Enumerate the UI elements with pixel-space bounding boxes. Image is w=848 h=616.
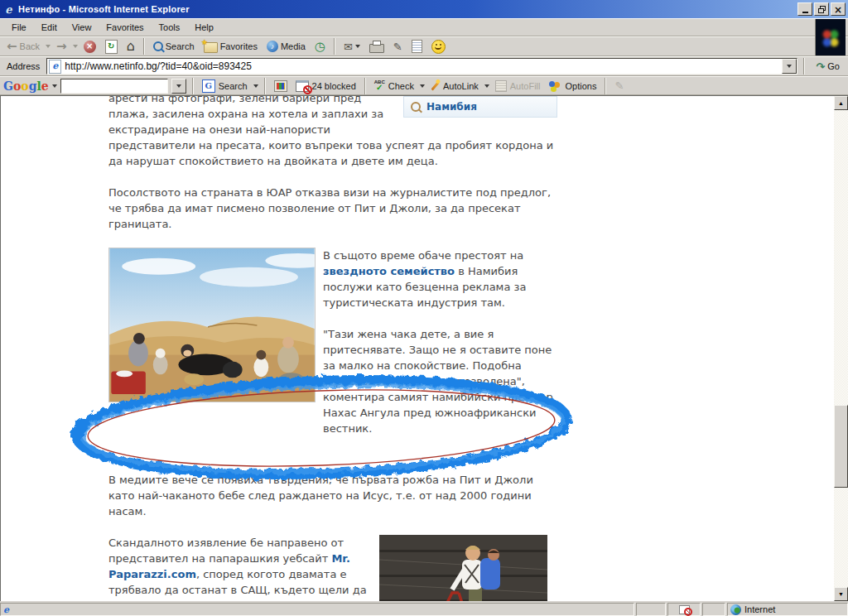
go-button[interactable]: Go — [811, 61, 845, 72]
restore-icon — [818, 6, 826, 13]
favorites-button[interactable]: Favorites — [200, 40, 261, 54]
go-label: Go — [827, 61, 840, 71]
menu-edit[interactable]: Edit — [35, 20, 64, 35]
print-button[interactable] — [366, 39, 388, 54]
paragraph-2: Посолството на страната в ЮАР отказва ви… — [108, 185, 557, 232]
status-panel — [636, 603, 666, 616]
window-title: Нетинфо - Microsoft Internet Explorer — [18, 4, 796, 14]
menu-favorites[interactable]: Favorites — [99, 20, 150, 35]
popup-blocked-icon — [296, 80, 309, 92]
toolbar-separator — [143, 38, 145, 55]
options-button[interactable]: Options — [546, 79, 599, 93]
address-url[interactable]: http://www.netinfo.bg/?tid=40&oid=893425 — [65, 60, 782, 72]
right-column-text: В същото време обаче престоят на звездно… — [323, 248, 557, 452]
menu-file[interactable]: File — [5, 20, 33, 35]
google-search-input[interactable] — [60, 79, 168, 94]
forward-icon — [56, 41, 67, 52]
check-dropdown[interactable] — [420, 84, 425, 88]
menu-view[interactable]: View — [65, 20, 99, 35]
highlight-button[interactable] — [612, 79, 626, 92]
back-dropdown[interactable] — [46, 45, 51, 48]
address-dropdown-button[interactable] — [782, 59, 797, 74]
search-button[interactable]: Search — [150, 41, 198, 52]
discuss-icon — [412, 40, 422, 53]
paragraph-4: "Тази жена чака дете, а вие я притеснява… — [323, 326, 557, 436]
google-logo[interactable]: Google — [3, 80, 49, 92]
media-label: Media — [281, 41, 306, 51]
toolbar-separator — [264, 78, 266, 94]
minimize-button[interactable] — [797, 2, 812, 16]
options-label: Options — [565, 81, 596, 91]
text-photo-row: Скандалното изявление бе направено от пр… — [108, 535, 557, 601]
google-search-button[interactable]: G Search — [200, 79, 250, 94]
page-info-icon — [274, 80, 287, 92]
chevron-down-icon — [176, 84, 181, 88]
history-button[interactable] — [311, 40, 329, 54]
toolbar-separator — [605, 78, 606, 94]
menu-help[interactable]: Help — [188, 20, 220, 35]
title-bar: e Нетинфо - Microsoft Internet Explorer — [0, 0, 848, 18]
autolink-dropdown[interactable] — [484, 84, 489, 88]
zone-label: Internet — [744, 604, 775, 614]
media-button[interactable]: Media — [263, 40, 309, 53]
menu-tools[interactable]: Tools — [152, 20, 187, 35]
vertical-scrollbar[interactable]: ▲ ▼ — [834, 96, 848, 601]
address-input[interactable]: e http://www.netinfo.bg/?tid=40&oid=8934… — [46, 58, 797, 75]
paragraph-1: Намибия арести на фотографи, зелени бари… — [108, 95, 557, 169]
security-zone-panel: Internet — [727, 603, 848, 616]
autofill-button[interactable]: AutoFill — [493, 79, 543, 93]
spellcheck-button[interactable]: ABC Check — [372, 79, 417, 93]
refresh-icon — [105, 40, 118, 54]
status-bar: e Internet — [0, 601, 848, 616]
address-bar: Address e http://www.netinfo.bg/?tid=40&… — [0, 56, 848, 76]
tag-link-namibia[interactable]: Намибия — [403, 96, 557, 118]
google-input-dropdown[interactable] — [171, 79, 186, 94]
left-column-text: Скандалното изявление бе направено от пр… — [108, 535, 373, 601]
status-main-panel: e — [0, 603, 634, 616]
back-icon — [7, 41, 17, 52]
tag-search-icon — [411, 102, 421, 112]
status-panel — [702, 603, 725, 616]
google-search-dropdown[interactable] — [253, 84, 258, 88]
back-button[interactable]: Back — [3, 40, 43, 53]
status-privacy-panel — [667, 603, 701, 616]
menu-bar: File Edit View Favorites Tools Help — [0, 18, 848, 36]
toolbar-separator — [803, 58, 805, 75]
toolbar-separator — [334, 38, 335, 55]
edit-button[interactable] — [390, 41, 406, 53]
back-label: Back — [20, 41, 40, 51]
popup-blocker-button[interactable]: 24 blocked — [293, 79, 359, 93]
minimize-icon — [802, 12, 808, 13]
google-toolbar: Google G Search 24 blocked ABC Check Aut… — [0, 76, 848, 95]
address-label: Address — [3, 61, 43, 71]
close-icon — [834, 2, 842, 17]
scrollbar-thumb[interactable] — [834, 405, 848, 488]
stop-icon — [84, 41, 96, 53]
search-label: Search — [166, 41, 195, 51]
refresh-button[interactable] — [102, 39, 121, 55]
status-ie-icon: e — [3, 605, 9, 614]
autolink-button[interactable]: AutoLink — [428, 80, 481, 92]
windows-brand-logo — [815, 19, 846, 55]
scroll-down-button[interactable]: ▼ — [834, 587, 848, 601]
page-info-button[interactable] — [272, 79, 290, 93]
google-logo-dropdown[interactable] — [52, 84, 57, 88]
scroll-up-button[interactable]: ▲ — [834, 96, 848, 110]
messenger-button[interactable] — [428, 39, 449, 55]
discuss-button[interactable] — [408, 39, 426, 54]
search-icon — [153, 41, 163, 51]
photo-cyclist: Us — [379, 535, 547, 601]
favorites-label: Favorites — [220, 41, 258, 51]
restore-button[interactable] — [814, 2, 829, 16]
paragraph-5-circled: В медиите вече се появиха твърдения, че … — [108, 472, 557, 519]
forward-button[interactable] — [53, 40, 70, 53]
close-button[interactable] — [831, 2, 846, 16]
mail-button[interactable] — [340, 41, 364, 53]
star-family-link[interactable]: звездното семейство — [323, 265, 455, 277]
toolbar-separator — [364, 78, 366, 94]
forward-dropdown[interactable] — [73, 45, 78, 48]
options-icon — [549, 81, 555, 87]
stop-button[interactable] — [80, 40, 99, 54]
home-button[interactable] — [123, 39, 138, 54]
favorites-icon — [204, 42, 218, 53]
